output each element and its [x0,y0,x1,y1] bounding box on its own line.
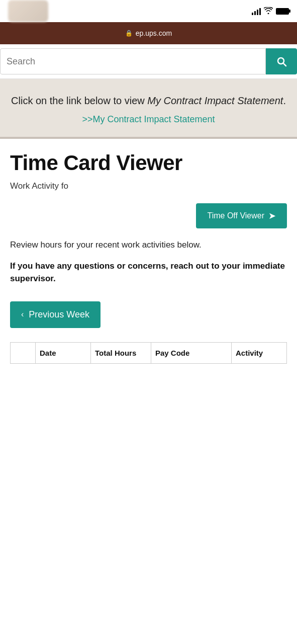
table-header-pay-code: Pay Code [151,342,232,363]
table-header-activity: Activity [232,342,287,363]
search-bar-container [0,44,297,79]
search-input-wrapper [0,48,266,74]
status-bar [0,0,297,22]
signal-icon [252,7,261,15]
search-icon [275,55,287,67]
avatar [8,0,48,22]
time-off-viewer-button[interactable]: Time Off Viewer ➤ [196,203,287,228]
work-activity-label: Work Activity fo [10,181,287,191]
time-card-table: Date Total Hours Pay Code Activity [10,342,287,364]
page-title: Time Card Viewer [10,151,287,175]
status-icons [252,7,289,16]
wifi-icon [264,7,273,16]
review-text: Review hours for your recent work activi… [10,238,287,252]
url-text: ep.ups.com [136,29,172,37]
search-input[interactable] [7,56,259,67]
battery-icon [276,8,289,15]
banner: Click on the link below to view My Contr… [0,79,297,139]
banner-text: Click on the link below to view My Contr… [10,93,287,108]
chevron-left-icon: ‹ [21,310,24,319]
lock-icon: 🔒 [125,30,133,37]
main-content: Time Card Viewer Work Activity fo Time O… [0,139,297,376]
warning-text: If you have any questions or concerns, r… [10,260,287,285]
table-header-date: Date [36,342,91,363]
table-header-select [11,342,36,363]
arrow-right-icon: ➤ [268,210,276,221]
table-header-total-hours: Total Hours [91,342,151,363]
url-bar: 🔒 ep.ups.com [0,22,297,44]
banner-link[interactable]: >>My Contract Impact Statement [82,114,215,124]
previous-week-button[interactable]: ‹ Previous Week [10,301,101,328]
bottom-space [0,376,297,466]
table-header-row: Date Total Hours Pay Code Activity [11,342,287,363]
time-off-btn-row: Time Off Viewer ➤ [10,203,287,228]
search-button[interactable] [266,48,297,74]
